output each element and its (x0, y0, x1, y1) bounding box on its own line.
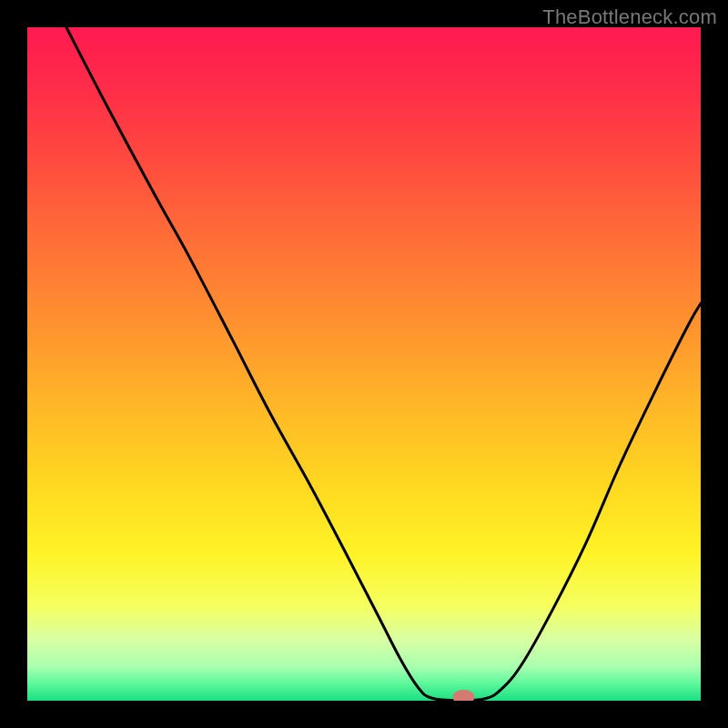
gradient-background (27, 27, 701, 701)
bottleneck-chart (27, 27, 701, 701)
plot-area (27, 27, 701, 701)
chart-container: TheBottleneck.com (0, 0, 728, 728)
watermark-text: TheBottleneck.com (542, 5, 717, 29)
